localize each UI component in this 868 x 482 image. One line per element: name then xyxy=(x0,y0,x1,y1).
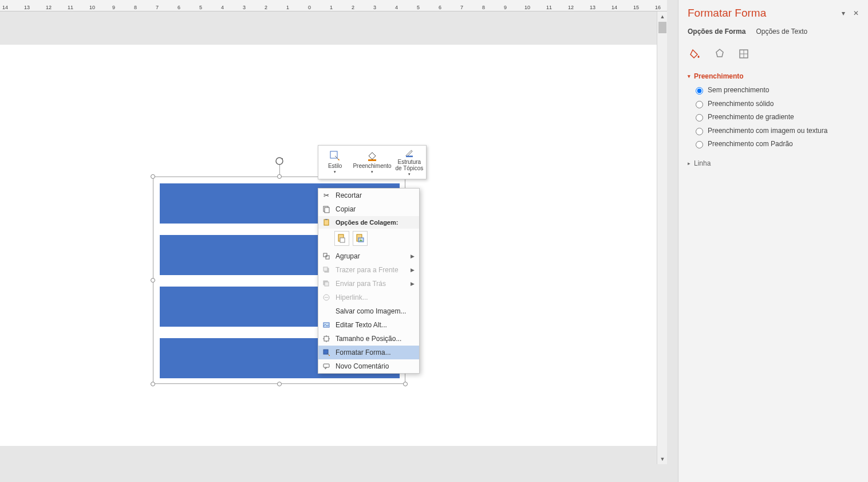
alt-text-icon xyxy=(321,320,332,330)
menu-new-comment[interactable]: Novo Comentário xyxy=(318,359,419,373)
radio-solid-fill[interactable]: Preenchimento sólido xyxy=(696,100,859,109)
vertical-scrollbar[interactable]: ▲ ▼ xyxy=(657,11,667,464)
format-shape-icon xyxy=(321,348,332,357)
svg-rect-5 xyxy=(325,207,329,213)
pane-tabs: Opções de Forma Opções de Texto xyxy=(688,28,859,38)
menu-edit-alt-text[interactable]: Editar Texto Alt... xyxy=(318,318,419,332)
mini-style-label: Estilo xyxy=(328,163,342,169)
svg-rect-16 xyxy=(323,267,328,271)
tab-text-options[interactable]: Opções de Texto xyxy=(756,28,807,38)
svg-point-12 xyxy=(360,238,361,240)
menu-hyperlink: Hiperlink... xyxy=(318,291,419,304)
submenu-arrow-icon: ▶ xyxy=(411,253,415,259)
svg-rect-14 xyxy=(326,256,329,259)
svg-rect-3 xyxy=(406,156,413,158)
radio-gradient-fill[interactable]: Preenchimento de gradiente xyxy=(696,113,859,122)
menu-size-position[interactable]: Tamanho e Posição... xyxy=(318,332,419,346)
svg-rect-21 xyxy=(324,336,329,341)
pen-outline-icon xyxy=(404,148,415,158)
svg-rect-13 xyxy=(323,253,327,257)
menu-send-to-back: Enviar para Trás ▶ xyxy=(318,277,419,291)
svg-rect-23 xyxy=(323,364,329,367)
scroll-thumb[interactable] xyxy=(658,22,666,33)
send-back-icon xyxy=(321,279,332,288)
menu-bring-to-front: Trazer para a Frente ▶ xyxy=(318,263,419,277)
fill-section-header[interactable]: ▾ Preenchimento xyxy=(688,72,859,80)
bring-front-icon xyxy=(321,265,332,275)
horizontal-ruler: 14 13 12 11 10 9 8 7 6 5 4 3 2 1 0 1 2 3… xyxy=(0,0,667,11)
pane-options-button[interactable]: ▾ xyxy=(842,9,845,17)
mini-fill-button[interactable]: Preenchimento ▾ xyxy=(352,146,392,179)
radio-picture-fill[interactable]: Preenchimento com imagem ou textura xyxy=(696,127,859,136)
mini-outline-button[interactable]: Estrutura de Tópicos ▾ xyxy=(393,146,426,179)
svg-rect-9 xyxy=(340,238,345,242)
menu-cut[interactable]: ✂ Recortar xyxy=(318,189,419,202)
paste-picture[interactable] xyxy=(353,231,368,246)
size-properties-category-icon[interactable] xyxy=(736,46,752,62)
resize-handle-bm[interactable] xyxy=(277,382,282,386)
scissors-icon: ✂ xyxy=(321,191,332,200)
mini-outline-label: Estrutura de Tópicos xyxy=(394,159,425,171)
submenu-arrow-icon: ▶ xyxy=(411,281,415,287)
rotation-handle[interactable] xyxy=(275,156,284,166)
radio-picture-fill-input[interactable] xyxy=(696,128,703,135)
radio-solid-fill-input[interactable] xyxy=(696,101,703,108)
mini-fill-label: Preenchimento xyxy=(353,163,391,169)
radio-no-fill[interactable]: Sem preenchimento xyxy=(696,86,859,95)
clipboard-icon xyxy=(321,218,332,227)
context-menu: ✂ Recortar Copiar Opções de Colagem: Agr… xyxy=(318,188,420,374)
size-position-icon xyxy=(321,334,332,343)
svg-rect-2 xyxy=(368,159,376,161)
paste-use-destination-theme[interactable] xyxy=(334,231,349,246)
menu-paste-options-header: Opções de Colagem: xyxy=(318,216,419,229)
pane-title: Formatar Forma xyxy=(688,7,766,19)
rotation-stem xyxy=(279,164,280,175)
blank-icon xyxy=(321,307,332,316)
menu-copy[interactable]: Copiar xyxy=(318,202,419,216)
mini-style-button[interactable]: Estilo ▾ xyxy=(318,146,352,179)
resize-handle-ml[interactable] xyxy=(151,278,155,283)
menu-format-shape[interactable]: Formatar Forma... xyxy=(318,346,419,359)
resize-handle-br[interactable] xyxy=(403,382,408,386)
svg-rect-7 xyxy=(325,219,328,220)
chevron-down-icon: ▾ xyxy=(334,170,336,174)
menu-group[interactable]: Agrupar ▶ xyxy=(318,249,419,263)
format-shape-pane: Formatar Forma ▾ ✕ Opções de Forma Opçõe… xyxy=(678,0,868,482)
fill-options: Sem preenchimento Preenchimento sólido P… xyxy=(688,86,859,149)
comment-icon xyxy=(321,362,332,371)
radio-pattern-fill[interactable]: Preenchimento com Padrão xyxy=(696,140,859,149)
submenu-arrow-icon: ▶ xyxy=(411,267,415,273)
chevron-down-icon: ▾ xyxy=(371,170,373,174)
link-icon xyxy=(321,293,332,302)
style-icon xyxy=(329,150,341,162)
svg-marker-24 xyxy=(716,49,723,57)
scroll-down-icon[interactable]: ▼ xyxy=(657,454,668,464)
line-section-header[interactable]: ▸ Linha xyxy=(688,159,859,167)
radio-gradient-fill-input[interactable] xyxy=(696,114,703,122)
tab-shape-options[interactable]: Opções de Forma xyxy=(688,28,745,38)
pane-close-button[interactable]: ✕ xyxy=(853,9,859,17)
resize-handle-tl[interactable] xyxy=(151,174,155,179)
group-icon xyxy=(321,252,332,261)
scroll-up-icon[interactable]: ▲ xyxy=(657,11,668,22)
menu-paste-options-row xyxy=(318,229,419,249)
fill-section-label: Preenchimento xyxy=(694,72,744,80)
effects-category-icon[interactable] xyxy=(712,46,728,62)
triangle-right-icon: ▸ xyxy=(688,160,691,166)
copy-icon xyxy=(321,205,332,214)
menu-save-as-image[interactable]: Salvar como Imagem... xyxy=(318,304,419,318)
triangle-down-icon: ▾ xyxy=(688,73,691,79)
radio-no-fill-input[interactable] xyxy=(696,87,703,95)
fill-line-category-icon[interactable] xyxy=(688,46,704,62)
resize-handle-tm[interactable] xyxy=(277,174,282,179)
paint-bucket-icon xyxy=(366,150,378,162)
svg-rect-6 xyxy=(324,220,329,225)
chevron-down-icon: ▾ xyxy=(408,172,411,177)
line-section-label: Linha xyxy=(694,159,711,167)
svg-rect-18 xyxy=(325,282,329,286)
pane-category-icons xyxy=(688,46,859,62)
mini-toolbar: Estilo ▾ Preenchimento ▾ Estrutura de Tó… xyxy=(318,145,427,179)
resize-handle-bl[interactable] xyxy=(151,382,155,386)
radio-pattern-fill-input[interactable] xyxy=(696,141,703,148)
